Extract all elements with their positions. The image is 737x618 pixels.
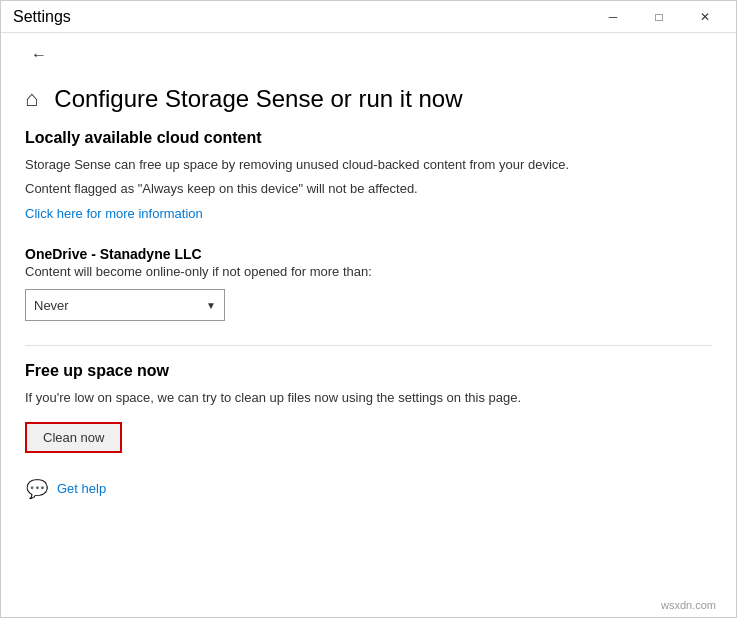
back-button[interactable]: ← [25, 41, 53, 69]
clean-now-button[interactable]: Clean now [25, 422, 122, 453]
onedrive-section: OneDrive - Stanadyne LLC Content will be… [25, 246, 712, 321]
main-content: ← ⌂ Configure Storage Sense or run it no… [1, 33, 736, 617]
nav-bar: ← [25, 33, 712, 73]
title-bar: Settings ─ □ ✕ [1, 1, 736, 33]
settings-window: Settings ─ □ ✕ ← ⌂ Configure Storage Sen… [0, 0, 737, 618]
watermark: wsxdn.com [661, 599, 716, 611]
cloud-content-section: Locally available cloud content Storage … [25, 129, 712, 222]
dropdown-arrow-icon: ▼ [206, 300, 216, 311]
maximize-button[interactable]: □ [636, 1, 682, 33]
footer: 💬 Get help [25, 477, 712, 501]
free-space-title: Free up space now [25, 362, 712, 380]
onedrive-dropdown[interactable]: Never ▼ [25, 289, 225, 321]
minimize-button[interactable]: ─ [590, 1, 636, 33]
dropdown-value: Never [34, 298, 69, 313]
more-info-link[interactable]: Click here for more information [25, 206, 203, 221]
page-title-area: ⌂ Configure Storage Sense or run it now [25, 77, 712, 129]
cloud-line1: Storage Sense can free up space by remov… [25, 155, 712, 175]
title-bar-left: Settings [13, 8, 71, 26]
cloud-section-title: Locally available cloud content [25, 129, 712, 147]
title-bar-controls: ─ □ ✕ [590, 1, 728, 33]
page-title: Configure Storage Sense or run it now [54, 85, 462, 113]
divider [25, 345, 712, 346]
close-button[interactable]: ✕ [682, 1, 728, 33]
home-icon: ⌂ [25, 86, 38, 112]
onedrive-subtitle: Content will become online-only if not o… [25, 264, 712, 279]
free-space-section: Free up space now If you're low on space… [25, 362, 712, 453]
title-bar-title: Settings [13, 8, 71, 26]
onedrive-title: OneDrive - Stanadyne LLC [25, 246, 712, 262]
help-icon: 💬 [25, 477, 49, 501]
free-space-description: If you're low on space, we can try to cl… [25, 388, 712, 408]
cloud-line2: Content flagged as "Always keep on this … [25, 179, 712, 199]
get-help-link[interactable]: Get help [57, 481, 106, 496]
